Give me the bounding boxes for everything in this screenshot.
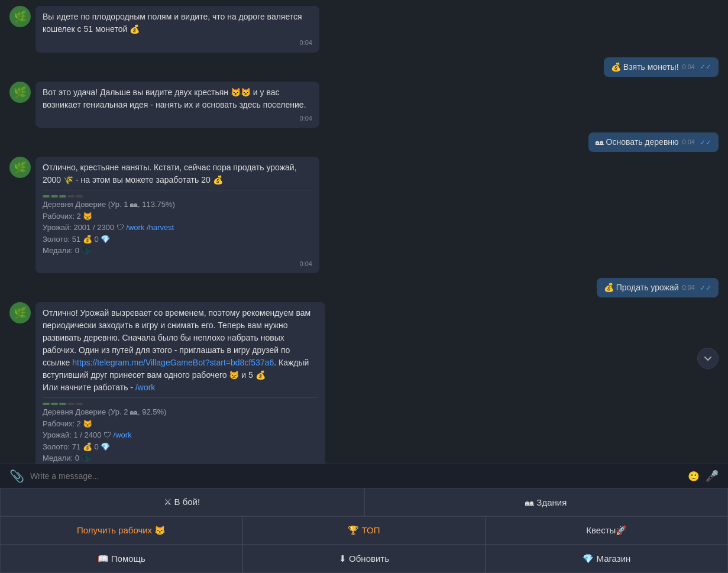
shop-label: 💎 Магазин <box>583 553 630 564</box>
village-stat: Деревня Доверие (Ур. 1 🏘, 113.75%) <box>43 199 312 211</box>
sent-text: 🏘 Основать деревню <box>596 136 679 148</box>
message-input[interactable] <box>30 471 682 481</box>
top-label: 🏆 ТОП <box>348 525 380 536</box>
village-stat2: Деревня Доверие (Ур. 2 🏘, 92.5%) <box>43 406 318 418</box>
avatar: 🌿 <box>9 157 31 178</box>
sent-row: 🏘 Основать деревню 0:04 ✓✓ <box>9 132 719 152</box>
emoji-icon[interactable]: 🙂 <box>688 471 700 482</box>
scroll-down-button[interactable] <box>697 348 719 369</box>
invite-link[interactable]: https://telegram.me/VillageGameBot?start… <box>72 358 274 367</box>
message-time: 0:04 <box>300 38 312 48</box>
workers-stat2: Рабочих: 2 😾 <box>43 418 318 430</box>
refresh-button[interactable]: ⬇ Обновить <box>242 545 485 573</box>
message-bubble: Вы идете по плодородным полям и видите, … <box>35 6 319 53</box>
mic-icon[interactable]: 🎤 <box>706 470 719 483</box>
workers-stat: Рабочих: 2 😾 <box>43 211 312 222</box>
help-button[interactable]: 📖 Помощь <box>0 545 242 573</box>
check-icon: ✓✓ <box>700 61 711 72</box>
gold-stat2: Золото: 71 💰 0 💎 <box>43 441 318 453</box>
check-icon: ✓✓ <box>700 137 711 148</box>
buildings-label: 🏘 Здания <box>525 497 567 507</box>
message-bubble: Вот это удача! Дальше вы видите двух кре… <box>35 82 319 128</box>
sent-time: 0:04 <box>682 137 695 147</box>
message-bubble: Отлично! Урожай вызревает со временем, п… <box>35 302 325 464</box>
message-row: 🌿 Отлично! Урожай вызревает со временем,… <box>9 302 719 464</box>
medals-stat: Медали: 0 🌑 <box>43 245 312 257</box>
sent-bubble: 🏘 Основать деревню 0:04 ✓✓ <box>588 132 719 152</box>
quests-button[interactable]: Квесты🚀 <box>486 516 728 545</box>
check-icon: ✓✓ <box>700 283 711 293</box>
shop-button[interactable]: 💎 Магазин <box>486 545 728 573</box>
harvest-stat2: Урожай: 1 / 2400 🛡 /work <box>43 429 318 441</box>
sent-text: 💰 Продать урожай <box>604 281 679 294</box>
gold-stat: Золото: 51 💰 0 💎 <box>43 234 312 245</box>
quests-label: Квесты🚀 <box>586 525 627 536</box>
input-area: 📎 🙂 🎤 <box>0 464 728 488</box>
sent-time: 0:04 <box>682 62 695 72</box>
message-text: Отлично! Урожай вызревает со временем, п… <box>43 307 318 394</box>
sent-bubble: 💰 Взять монеты! 0:04 ✓✓ <box>604 57 719 77</box>
message-text: Вот это удача! Дальше вы видите двух кре… <box>43 88 306 109</box>
sent-bubble: 💰 Продать урожай 0:04 ✓✓ <box>597 278 719 297</box>
message-row: 🌿 Отлично, крестьяне наняты. Кстати, сей… <box>9 157 719 273</box>
message-time: 0:04 <box>300 259 312 269</box>
sent-row: 💰 Продать урожай 0:04 ✓✓ <box>9 278 719 297</box>
message-text: Отлично, крестьяне наняты. Кстати, сейча… <box>43 161 312 186</box>
medals-stat2: Медали: 0 🌑 <box>43 452 318 464</box>
message-text: Вы идете по плодородным полям и видите, … <box>43 12 302 34</box>
button-row-1: ⚔ В бой! 🏘 Здания <box>0 488 728 516</box>
battle-label: ⚔ В бой! <box>164 497 200 507</box>
message-row: 🌿 Вот это удача! Дальше вы видите двух к… <box>9 82 719 128</box>
battle-button[interactable]: ⚔ В бой! <box>0 488 364 516</box>
help-label: 📖 Помощь <box>98 553 145 564</box>
avatar: 🌿 <box>9 302 31 323</box>
message-bubble: Отлично, крестьяне наняты. Кстати, сейча… <box>35 157 319 273</box>
sent-text: 💰 Взять монеты! <box>611 61 679 73</box>
avatar: 🌿 <box>9 82 31 103</box>
attach-icon[interactable]: 📎 <box>9 469 24 483</box>
get-workers-button[interactable]: Получить рабочих 😾 <box>0 516 242 545</box>
sent-time: 0:04 <box>682 283 695 293</box>
top-button[interactable]: 🏆 ТОП <box>242 516 485 545</box>
harvest-stat: Урожай: 2001 / 2300 🛡 /work /harvest <box>43 222 312 234</box>
button-row-3: 📖 Помощь ⬇ Обновить 💎 Магазин <box>0 545 728 573</box>
refresh-label: ⬇ Обновить <box>339 553 389 564</box>
message-row: 🌿 Вы идете по плодородным полям и видите… <box>9 6 719 53</box>
avatar: 🌿 <box>9 6 31 27</box>
chat-wrapper: 🌿 Вы идете по плодородным полям и видите… <box>0 0 728 464</box>
get-workers-label: Получить рабочих 😾 <box>77 525 166 536</box>
buildings-button[interactable]: 🏘 Здания <box>364 488 729 516</box>
chat-area[interactable]: 🌿 Вы идете по плодородным полям и видите… <box>0 0 728 464</box>
sent-row: 💰 Взять монеты! 0:04 ✓✓ <box>9 57 719 77</box>
button-row-2: Получить рабочих 😾 🏆 ТОП Квесты🚀 <box>0 516 728 545</box>
message-time: 0:04 <box>300 114 312 124</box>
